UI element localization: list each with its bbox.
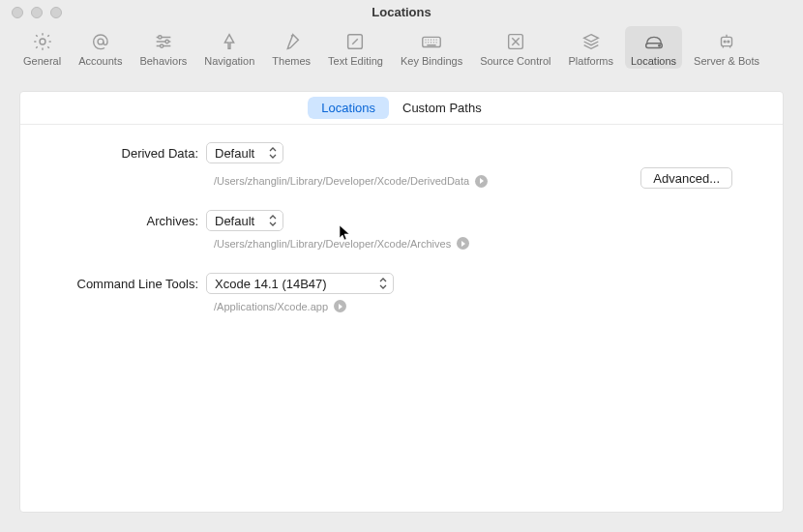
reveal-in-finder-icon[interactable]	[457, 237, 469, 250]
svg-rect-10	[722, 38, 732, 46]
svg-point-4	[160, 44, 163, 47]
gear-icon	[32, 30, 53, 53]
tab-platforms[interactable]: Platforms	[563, 26, 619, 69]
tab-source-control[interactable]: Source Control	[474, 26, 556, 69]
tab-server-bots[interactable]: Server & Bots	[688, 26, 765, 69]
svg-point-12	[728, 41, 729, 43]
tab-label: General	[23, 55, 61, 67]
tab-label: Key Bindings	[401, 55, 462, 67]
layers-icon	[580, 30, 602, 53]
tab-label: Themes	[272, 55, 311, 67]
preferences-toolbar: General Accounts Behaviors Navigation Th…	[0, 24, 803, 81]
cli-path: /Applications/Xcode.app	[214, 301, 328, 312]
preferences-window: Locations General Accounts Behaviors Nav…	[0, 0, 803, 532]
select-value: Default	[215, 146, 254, 161]
tab-label: Behaviors	[139, 55, 187, 67]
svg-point-0	[40, 39, 45, 44]
archives-path: /Users/zhanglin/Library/Developer/Xcode/…	[214, 238, 451, 250]
tab-text-editing[interactable]: Text Editing	[322, 26, 389, 69]
sliders-icon	[153, 30, 174, 53]
disk-icon	[642, 30, 666, 53]
tab-label: Server & Bots	[694, 55, 759, 67]
robot-icon	[716, 30, 737, 53]
cli-label: Command Line Tools:	[71, 277, 206, 291]
tab-themes[interactable]: Themes	[266, 26, 316, 69]
subtab-custom-paths[interactable]: Custom Paths	[389, 97, 495, 119]
select-value: Xcode 14.1 (14B47)	[215, 277, 327, 291]
stepper-icon	[269, 215, 277, 226]
locations-pane: Locations Custom Paths Derived Data: Def…	[19, 91, 784, 513]
navigation-icon	[219, 30, 240, 53]
reveal-in-finder-icon[interactable]	[475, 175, 488, 188]
tab-label: Platforms	[569, 55, 613, 67]
window-title: Locations	[0, 5, 803, 19]
cli-row: Command Line Tools: Xcode 14.1 (14B47)	[71, 273, 732, 294]
tab-label: Navigation	[204, 55, 254, 67]
select-value: Default	[215, 214, 254, 228]
svg-point-2	[159, 36, 162, 39]
tab-label: Locations	[631, 55, 676, 67]
pencil-square-icon	[344, 30, 366, 53]
archives-label: Archives:	[71, 214, 206, 228]
paintbrush-icon	[281, 30, 302, 53]
cli-select[interactable]: Xcode 14.1 (14B47)	[206, 273, 394, 294]
tab-label: Source Control	[480, 55, 550, 67]
svg-point-1	[98, 39, 104, 44]
svg-point-11	[724, 41, 726, 43]
subtab-locations[interactable]: Locations	[308, 97, 389, 119]
tab-general[interactable]: General	[17, 26, 67, 69]
reveal-in-finder-icon[interactable]	[334, 300, 346, 312]
at-icon	[90, 30, 111, 53]
tab-behaviors[interactable]: Behaviors	[134, 26, 193, 69]
archives-row: Archives: Default	[71, 210, 732, 231]
derived-data-row: Derived Data: Default	[71, 142, 732, 163]
content-area: Locations Custom Paths Derived Data: Def…	[0, 81, 803, 532]
keyboard-icon	[420, 30, 443, 53]
tab-navigation[interactable]: Navigation	[198, 26, 260, 69]
locations-form: Derived Data: Default /Users/zhanglin/Li…	[20, 125, 783, 312]
tab-label: Accounts	[78, 55, 122, 67]
archives-select[interactable]: Default	[206, 210, 283, 231]
titlebar: Locations	[0, 0, 803, 24]
svg-point-9	[658, 45, 659, 46]
advanced-button[interactable]: Advanced...	[640, 167, 732, 189]
tab-key-bindings[interactable]: Key Bindings	[395, 26, 468, 69]
sub-tabs: Locations Custom Paths	[20, 92, 783, 125]
source-control-icon	[505, 30, 526, 53]
svg-point-3	[165, 41, 168, 44]
stepper-icon	[379, 278, 387, 289]
derived-data-path: /Users/zhanglin/Library/Developer/Xcode/…	[214, 175, 469, 187]
tab-accounts[interactable]: Accounts	[73, 26, 128, 69]
stepper-icon	[269, 147, 277, 159]
derived-data-select[interactable]: Default	[206, 142, 283, 163]
tab-locations[interactable]: Locations	[625, 26, 682, 69]
derived-data-label: Derived Data:	[71, 146, 206, 161]
tab-label: Text Editing	[328, 55, 383, 67]
